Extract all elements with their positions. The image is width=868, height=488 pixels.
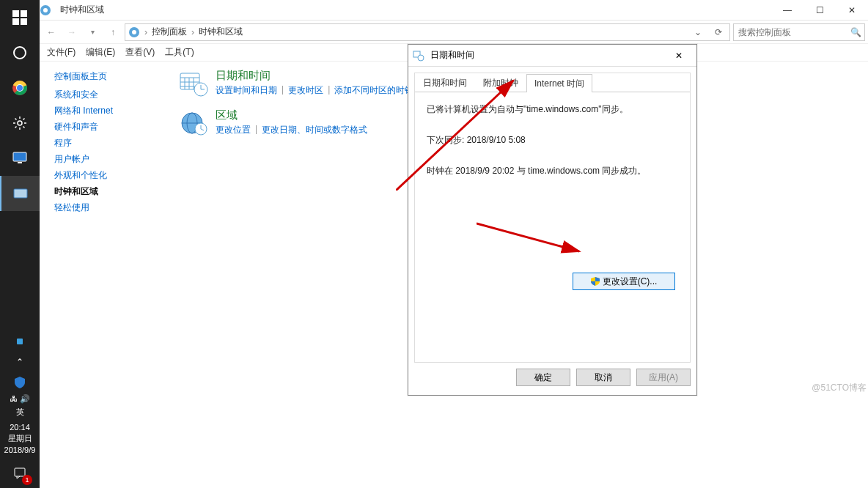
dialog-icon — [413, 50, 427, 62]
nav-history-button[interactable]: ▾ — [84, 23, 101, 41]
menu-edit[interactable]: 编辑(E) — [86, 46, 115, 59]
date-time-icon — [179, 69, 208, 98]
menu-tools[interactable]: 工具(T) — [165, 46, 194, 59]
link-set-time-date[interactable]: 设置时间和日期 — [216, 84, 277, 97]
ok-button[interactable]: 确定 — [516, 369, 570, 386]
start-button[interactable] — [0, 0, 40, 35]
sidebar-home-link[interactable]: 控制面板主页 — [54, 70, 163, 83]
shield-icon — [15, 377, 25, 388]
svg-rect-19 — [13, 152, 26, 161]
tab-date-time[interactable]: 日期和时间 — [415, 73, 475, 92]
link-add-clocks[interactable]: 添加不同时区的时钟 — [334, 84, 413, 97]
windows-logo-icon — [12, 10, 27, 25]
taskbar-app-chrome[interactable] — [0, 70, 40, 106]
taskbar-app-cortana[interactable] — [0, 35, 40, 70]
taskbar-app-control-panel[interactable] — [0, 176, 40, 211]
dialog-button-row: 确定 取消 应用(A) — [414, 369, 691, 389]
taskbar-app-monitor[interactable] — [0, 141, 40, 176]
apply-button[interactable]: 应用(A) — [636, 369, 691, 386]
taskbar: ⌃ 🖧 🔊 英 20:14 星期日 2018/9/9 1 — [0, 0, 40, 488]
tray-chevron-icon[interactable]: ⌃ — [0, 352, 40, 372]
close-button[interactable]: ✕ — [836, 0, 868, 21]
link-change-location[interactable]: 更改位置 — [216, 124, 251, 136]
svg-point-25 — [43, 8, 48, 12]
address-dropdown-icon[interactable]: ⌄ — [690, 27, 706, 37]
svg-line-16 — [23, 127, 25, 128]
menu-view[interactable]: 查看(V) — [125, 46, 155, 59]
address-sep-1: › — [144, 27, 147, 37]
volume-icon: 🔊 — [20, 394, 30, 403]
svg-point-45 — [418, 55, 424, 61]
clock-weekday: 星期日 — [0, 433, 40, 444]
search-input[interactable] — [737, 26, 850, 38]
dialog-title: 日期和时间 — [427, 49, 666, 62]
svg-rect-2 — [12, 18, 19, 25]
sidebar-item-appearance[interactable]: 外观和个性化 — [54, 169, 163, 182]
svg-point-27 — [132, 30, 136, 34]
tray-security-icon[interactable] — [0, 372, 40, 393]
tray-usb-icon[interactable] — [0, 331, 40, 352]
nav-forward-button[interactable]: → — [63, 23, 81, 41]
category-sidebar: 控制面板主页 系统和安全 网络和 Internet 硬件和声音 程序 用户帐户 … — [40, 62, 172, 488]
notification-badge: 1 — [22, 475, 32, 485]
address-box[interactable]: › 控制面板 › 时钟和区域 ⌄ ⟳ — [125, 23, 730, 41]
monitor-icon — [12, 152, 27, 165]
category-title-region[interactable]: 区域 — [216, 108, 367, 122]
cortana-icon — [12, 45, 27, 60]
watermark-text: @51CTO博客 — [812, 382, 867, 394]
sidebar-item-users[interactable]: 用户帐户 — [54, 153, 163, 166]
minimize-button[interactable]: — — [771, 0, 803, 21]
address-bar: ← → ▾ ↑ › 控制面板 › 时钟和区域 ⌄ ⟳ 🔍 — [40, 21, 868, 44]
dialog-close-button[interactable]: ✕ — [666, 45, 692, 67]
titlebar: 时钟和区域 — ☐ ✕ — [40, 0, 868, 21]
svg-line-18 — [23, 119, 25, 120]
svg-line-17 — [15, 127, 17, 128]
clock-time: 20:14 — [0, 422, 40, 433]
breadcrumb-root[interactable]: 控制面板 — [152, 26, 187, 38]
nav-back-button[interactable]: ← — [43, 23, 60, 41]
last-sync-text: 时钟在 2018/9/9 20:02 与 time.windows.com 同步… — [427, 164, 678, 177]
region-icon — [179, 108, 208, 138]
sidebar-item-programs[interactable]: 程序 — [54, 137, 163, 149]
search-icon: 🔍 — [850, 27, 861, 37]
svg-rect-22 — [17, 339, 23, 344]
link-change-formats[interactable]: 更改日期、时间或数字格式 — [262, 124, 367, 136]
svg-rect-0 — [12, 10, 19, 17]
cancel-button[interactable]: 取消 — [576, 369, 630, 386]
link-change-timezone[interactable]: 更改时区 — [288, 84, 323, 97]
maximize-button[interactable]: ☐ — [803, 0, 836, 21]
sidebar-item-clock-region[interactable]: 时钟和区域 — [54, 185, 163, 198]
clock-date: 2018/9/9 — [0, 445, 40, 456]
dialog-body: 日期和时间 附加时钟 Internet 时间 已将计算机设置为自动与"time.… — [414, 73, 691, 363]
taskbar-clock[interactable]: 20:14 星期日 2018/9/9 — [0, 419, 40, 459]
window-title: 时钟和区域 — [60, 4, 104, 16]
chrome-icon — [12, 80, 28, 96]
breadcrumb-leaf[interactable]: 时钟和区域 — [199, 26, 243, 38]
sidebar-item-network[interactable]: 网络和 Internet — [54, 105, 163, 117]
sidebar-item-ease[interactable]: 轻松使用 — [54, 202, 163, 214]
refresh-button[interactable]: ⟳ — [710, 27, 727, 37]
tray-ime[interactable]: 英 — [0, 405, 40, 419]
tray-network-volume[interactable]: 🖧 🔊 — [0, 393, 40, 405]
address-sep-2: › — [191, 27, 194, 37]
sync-status-text: 已将计算机设置为自动与"time.windows.com"同步。 — [427, 103, 678, 116]
notification-center[interactable]: 1 — [0, 459, 40, 488]
next-sync-text: 下次同步: 2018/9/10 5:08 — [427, 133, 678, 147]
control-panel-icon — [13, 187, 28, 200]
taskbar-app-settings[interactable] — [0, 106, 40, 141]
change-settings-button[interactable]: 更改设置(C)... — [573, 273, 675, 290]
tab-internet-time[interactable]: Internet 时间 — [526, 74, 592, 92]
nav-up-button[interactable]: ↑ — [104, 23, 122, 41]
svg-rect-20 — [18, 162, 22, 163]
control-panel-small-icon — [128, 26, 140, 38]
sidebar-item-system[interactable]: 系统和安全 — [54, 89, 163, 101]
svg-rect-21 — [14, 189, 27, 198]
svg-line-15 — [15, 119, 17, 120]
sidebar-item-hardware[interactable]: 硬件和声音 — [54, 121, 163, 133]
category-title-date-time[interactable]: 日期和时间 — [216, 69, 413, 83]
svg-point-4 — [14, 47, 26, 59]
search-box[interactable]: 🔍 — [733, 23, 865, 41]
dialog-tabs: 日期和时间 附加时钟 Internet 时间 — [415, 73, 690, 92]
menu-file[interactable]: 文件(F) — [47, 46, 76, 59]
tab-additional-clocks[interactable]: 附加时钟 — [475, 73, 526, 92]
